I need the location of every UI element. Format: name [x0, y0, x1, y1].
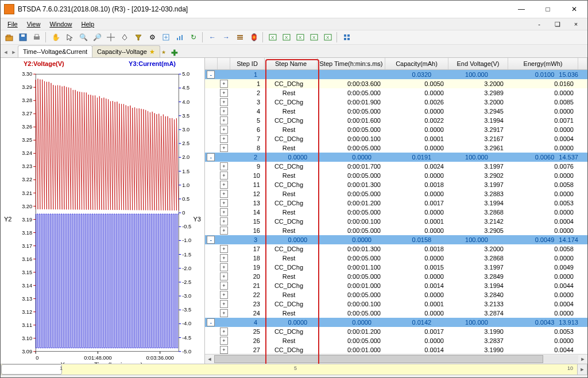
tb-zoom-out-icon[interactable]: 🔎 — [91, 31, 103, 44]
table-row[interactable]: +18Rest0:00:05.0000.00003.28680.0000 — [205, 254, 587, 263]
tb-excel3-icon[interactable]: X — [294, 31, 307, 44]
table-row[interactable]: +22Rest0:00:05.0000.00003.28400.0000 — [205, 290, 587, 299]
tb-refresh-icon[interactable]: ↻ — [187, 31, 200, 44]
mdi-close-button[interactable]: × — [568, 20, 584, 29]
table-row[interactable]: +10Rest0:00:05.0000.00003.29020.0000 — [205, 171, 587, 180]
table-row[interactable]: +3CC_DChg0:00:01.9000.00263.20000.0085 — [205, 98, 587, 107]
table-row[interactable]: +16Rest0:00:05.0000.00003.29050.0000 — [205, 226, 587, 235]
table-row[interactable]: +13CC_DChg0:00:01.2000.00173.19940.0053 — [205, 198, 587, 208]
col-energy[interactable]: Energy(mWh) — [508, 58, 578, 69]
tab-scroll-right[interactable]: ► — [10, 47, 18, 57]
expand-icon[interactable]: + — [220, 337, 228, 345]
col-capacity[interactable]: Capacity(mAh) — [385, 58, 448, 69]
expand-icon[interactable]: + — [220, 172, 228, 180]
table-row[interactable]: -30.00000.00000.0158100.0000.004914.174 — [205, 235, 587, 244]
tab-scroll-left[interactable]: ◄ — [2, 47, 10, 57]
expand-icon[interactable]: + — [220, 80, 228, 88]
tb-pointer-icon[interactable] — [63, 31, 76, 44]
menu-help[interactable]: Help — [78, 20, 98, 29]
menu-window[interactable]: Window — [46, 20, 75, 29]
tb-fwd-icon[interactable]: → — [220, 31, 233, 44]
table-row[interactable]: +15CC_DChg0:00:00.1000.00013.21420.0004 — [205, 217, 587, 226]
table-row[interactable]: +23CC_DChg0:00:00.1000.00013.21330.0004 — [205, 299, 587, 309]
ruler-thumb[interactable] — [1, 364, 62, 375]
table-row[interactable]: +24Rest0:00:05.0000.00003.28740.0000 — [205, 309, 587, 318]
collapse-icon[interactable]: - — [207, 153, 215, 161]
collapse-icon[interactable]: - — [207, 236, 215, 244]
table-row[interactable]: +5CC_DChg0:00:01.6000.00223.19940.0071 — [205, 116, 587, 125]
tb-settings-icon[interactable]: ⚙ — [146, 31, 158, 44]
chart-area[interactable]: Y2 Y3 3.303.293.283.273.263.253.243.233.… — [3, 69, 202, 364]
table-row[interactable]: -20.00000.00000.0191100.0000.006014.537 — [205, 153, 587, 162]
table-row[interactable]: +17CC_DChg0:00:01.3000.00183.20000.0058 — [205, 244, 587, 254]
grid-hscrollbar[interactable]: ◄ ► — [205, 354, 587, 364]
table-row[interactable]: +6Rest0:00:05.0000.00003.29170.0000 — [205, 125, 587, 134]
tb-excel1-icon[interactable]: X — [266, 31, 279, 44]
menu-file[interactable]: File — [4, 20, 21, 29]
scroll-thumb[interactable] — [214, 355, 543, 363]
tb-chart-icon[interactable] — [173, 31, 186, 44]
tb-list-icon[interactable] — [234, 31, 246, 44]
mdi-restore-button[interactable]: ❏ — [550, 20, 566, 29]
menu-view[interactable]: View — [24, 20, 44, 29]
col-stepname[interactable]: Step Name — [265, 58, 318, 69]
tb-cross-icon[interactable] — [105, 31, 117, 44]
expand-icon[interactable]: + — [220, 309, 228, 317]
table-row[interactable]: +20Rest0:00:05.0000.00003.28490.0000 — [205, 272, 587, 281]
table-row[interactable]: +8Rest0:00:05.0000.00003.29610.0000 — [205, 143, 587, 153]
expand-icon[interactable]: + — [220, 254, 228, 262]
scroll-left-icon[interactable]: ◄ — [205, 356, 214, 362]
table-row[interactable]: +2Rest0:00:05.0000.00003.29890.0000 — [205, 88, 587, 98]
expand-icon[interactable]: + — [220, 190, 228, 198]
expand-icon[interactable]: + — [220, 217, 228, 225]
table-row[interactable]: +26Rest0:00:05.0000.00003.28370.0000 — [205, 336, 587, 345]
expand-icon[interactable]: + — [220, 300, 228, 308]
expand-icon[interactable]: + — [220, 98, 228, 106]
tb-save-icon[interactable] — [17, 31, 29, 44]
expand-icon[interactable]: + — [220, 227, 228, 235]
tb-hand-icon[interactable]: ✋ — [49, 31, 62, 44]
scroll-track[interactable] — [214, 355, 578, 363]
table-row[interactable]: +7CC_DChg0:00:00.1000.00013.21670.0004 — [205, 134, 587, 143]
tab-add-button[interactable]: ✚ — [171, 48, 178, 57]
expand-icon[interactable]: + — [220, 208, 228, 216]
tb-excel2-icon[interactable]: X — [280, 31, 293, 44]
expand-icon[interactable]: + — [220, 89, 228, 97]
table-row[interactable]: +12Rest0:00:05.0000.00003.28830.0000 — [205, 189, 587, 198]
expand-icon[interactable]: + — [220, 107, 228, 115]
col-endvoltage[interactable]: End Voltage(V) — [448, 58, 508, 69]
tb-back-icon[interactable]: ← — [206, 31, 219, 44]
scroll-right-icon[interactable]: ► — [578, 356, 587, 362]
tb-export-icon[interactable] — [160, 31, 172, 44]
expand-icon[interactable]: + — [220, 199, 228, 207]
col-stepid[interactable]: Step ID — [230, 58, 265, 69]
expand-icon[interactable]: + — [220, 116, 228, 124]
expand-icon[interactable]: + — [220, 126, 228, 134]
expand-icon[interactable]: + — [220, 282, 228, 290]
table-row[interactable]: +4Rest0:00:05.0000.00003.29450.0000 — [205, 107, 587, 116]
tb-marker-icon[interactable] — [118, 31, 131, 44]
close-button[interactable]: ✕ — [561, 1, 587, 18]
maximize-button[interactable]: □ — [535, 1, 561, 18]
table-row[interactable]: +25CC_DChg0:00:01.2000.00173.19900.0053 — [205, 327, 587, 336]
mdi-minimize-button[interactable]: - — [531, 20, 547, 29]
tab-favorite-icon[interactable]: ★ — [160, 47, 168, 57]
tb-filter-icon[interactable] — [132, 31, 145, 44]
table-row[interactable]: +21CC_DChg0:00:01.0000.00143.19940.0044 — [205, 281, 587, 290]
collapse-icon[interactable]: - — [207, 71, 215, 79]
tb-zoom-in-icon[interactable]: 🔍 — [77, 31, 90, 44]
col-steptime[interactable]: Step Time(h:min:s.ms) — [318, 58, 385, 69]
ruler-scrollbar[interactable]: 1 5 10 ► — [1, 364, 587, 375]
expand-icon[interactable]: + — [220, 162, 228, 170]
tab-time-voltage-current[interactable]: Time--Voltage&Current — [18, 45, 92, 57]
tab-capacity-voltage[interactable]: Capacity--Voltage★ — [92, 45, 160, 57]
grid-body[interactable]: -10.0320100.0000.010015.036+1CC_DChg0:00… — [205, 70, 587, 354]
table-row[interactable]: +19CC_DChg0:00:01.1000.00153.19970.0049 — [205, 263, 587, 272]
minimize-button[interactable]: ― — [508, 1, 535, 18]
tb-print-icon[interactable] — [30, 31, 43, 44]
tb-pin-icon[interactable]: 🏮 — [247, 31, 260, 44]
table-row[interactable]: +14Rest0:00:05.0000.00003.28680.0000 — [205, 208, 587, 217]
table-row[interactable]: +1CC_DChg0:00:03.6000.00503.20000.0160 — [205, 79, 587, 88]
tb-excel4-icon[interactable]: X — [308, 31, 320, 44]
collapse-icon[interactable]: - — [207, 318, 215, 326]
